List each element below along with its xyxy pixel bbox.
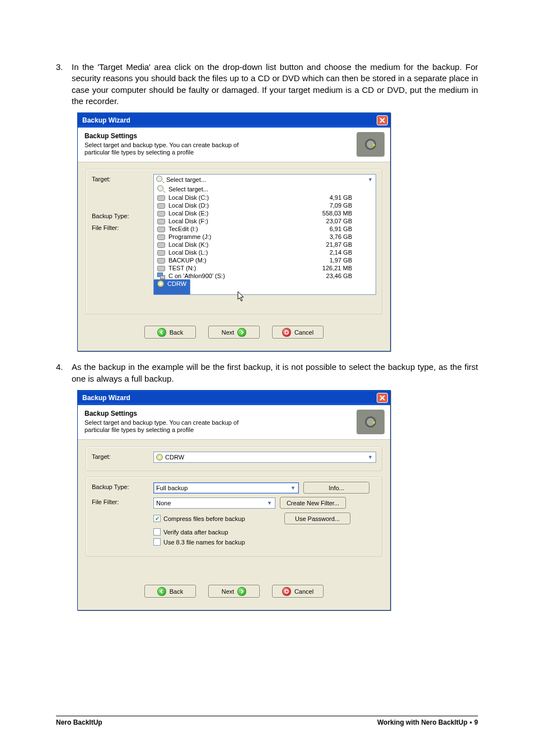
compress-checkbox[interactable]: ✔ [153, 515, 161, 522]
target-combobox[interactable]: CDRW ▼ [153, 452, 376, 463]
disk-icon [157, 211, 165, 217]
back-button[interactable]: Back [144, 585, 196, 598]
search-icon [157, 185, 165, 193]
dropdown-item[interactable]: Select target... [154, 185, 376, 194]
target-dropdown-list: Select target... Local Disk (C:) 4,91 GB… [153, 185, 376, 295]
arrow-left-icon [157, 328, 166, 337]
backup-type-value: Full backup [156, 485, 188, 491]
disk-icon [157, 195, 165, 201]
titlebar[interactable]: Backup Wizard [78, 391, 390, 405]
arrow-right-icon [237, 587, 246, 596]
step-3-body: In the 'Target Media' area click on the … [72, 62, 478, 107]
dialog-header-panel: Backup Settings Select target and backup… [78, 405, 390, 440]
file-filter-value: None [156, 500, 171, 506]
dropdown-item[interactable]: C on 'Athlon900' (S:) 23,46 GB [154, 272, 376, 280]
svg-point-1 [285, 590, 288, 593]
file-filter-label: File Filter: [92, 497, 153, 505]
dropdown-item[interactable]: Programme (J:) 3,76 GB [154, 233, 376, 241]
chevron-down-icon[interactable]: ▼ [366, 453, 374, 461]
dropdown-item[interactable]: TecEdit (I:) 6,91 GB [154, 225, 376, 233]
target-combobox-value: CDRW [165, 454, 184, 461]
file-filter-label: File Filter: [92, 223, 153, 231]
dropdown-item[interactable]: Local Disk (L:) 2,14 GB [154, 248, 376, 256]
step-4-number: 4. [56, 361, 72, 384]
disk-icon [157, 234, 165, 240]
cancel-button[interactable]: Cancel [272, 326, 324, 339]
header-description: Select target and backup type. You can c… [85, 419, 252, 434]
dialog-title: Backup Wizard [82, 116, 130, 124]
create-new-filter-button[interactable]: Create New Filter... [280, 497, 346, 509]
dropdown-item[interactable]: Local Disk (F:) 23,07 GB [154, 217, 376, 225]
dialog-header-panel: Backup Settings Select target and backup… [78, 128, 390, 162]
compress-label: Compress files before backup [163, 515, 245, 522]
step-3-number: 3. [56, 62, 72, 107]
step-4: 4. As the backup in the example will be … [56, 361, 478, 384]
chevron-down-icon[interactable]: ▼ [265, 499, 274, 507]
chevron-down-icon[interactable]: ▼ [289, 484, 297, 492]
dropdown-item[interactable]: TEST (N:) 126,21 MB [154, 264, 376, 272]
backup-wizard-dialog-2: Backup Wizard Backup Settings Select tar… [77, 390, 391, 611]
dropdown-item[interactable]: Local Disk (E:) 558,03 MB [154, 209, 376, 217]
target-label: Target: [92, 452, 153, 460]
disk-icon [157, 266, 165, 271]
disk-icon [157, 242, 165, 248]
disk-icon [157, 250, 165, 256]
target-combobox[interactable]: Select target... ▼ [153, 174, 376, 185]
titlebar[interactable]: Backup Wizard [78, 113, 390, 128]
backup-type-combobox[interactable]: Full backup ▼ [153, 482, 299, 494]
footer-separator [56, 716, 478, 716]
info-button[interactable]: Info... [303, 482, 369, 494]
dropdown-item[interactable]: Local Disk (K:) 21,87 GB [154, 241, 376, 248]
file-filter-combobox[interactable]: None ▼ [153, 497, 275, 509]
back-button[interactable]: Back [144, 326, 196, 339]
target-label: Target: [92, 174, 153, 182]
next-button[interactable]: Next [208, 326, 260, 339]
stop-icon [282, 328, 291, 337]
arrow-left-icon [157, 587, 166, 596]
cd-icon [157, 280, 164, 287]
dropdown-item-selected[interactable]: CDRW [153, 279, 190, 295]
close-icon [380, 395, 385, 401]
header-description: Select target and backup type. You can c… [85, 142, 252, 156]
shortnames-checkbox[interactable] [153, 538, 161, 546]
dropdown-item[interactable]: Local Disk (D:) 7,09 GB [154, 201, 376, 209]
safe-icon [357, 132, 385, 157]
next-button[interactable]: Next [208, 585, 260, 598]
footer-left: Nero BackItUp [56, 719, 102, 726]
disk-icon [157, 203, 165, 209]
backup-type-label: Backup Type: [92, 211, 153, 219]
backup-wizard-dialog-1: Backup Wizard Backup Settings Select tar… [77, 112, 391, 351]
close-button[interactable] [377, 115, 388, 125]
arrow-right-icon [237, 328, 246, 337]
dropdown-item[interactable]: Local Disk (C:) 4,91 GB [154, 194, 376, 201]
dropdown-item[interactable]: BACKUP (M:) 1,97 GB [154, 256, 376, 264]
disk-icon [157, 219, 165, 224]
step-4-body: As the backup in the example will be the… [72, 361, 478, 384]
disk-icon [157, 258, 165, 264]
header-title: Backup Settings [85, 410, 383, 417]
close-button[interactable] [377, 393, 388, 403]
target-combobox-value: Select target... [166, 176, 206, 183]
verify-checkbox[interactable] [153, 528, 161, 536]
page-footer: Nero BackItUp Working with Nero BackItUp… [56, 719, 478, 743]
svg-point-0 [285, 331, 288, 334]
step-3: 3. In the 'Target Media' area click on t… [56, 62, 478, 107]
search-icon [156, 176, 164, 184]
cursor-icon [237, 291, 246, 302]
footer-right: Working with Nero BackItUp•9 [377, 719, 478, 726]
cancel-button[interactable]: Cancel [272, 585, 324, 598]
chevron-down-icon[interactable]: ▼ [366, 176, 374, 184]
close-icon [380, 118, 385, 123]
dialog-title: Backup Wizard [82, 394, 130, 402]
use-password-button[interactable]: Use Password... [284, 513, 350, 524]
disk-icon [157, 227, 165, 232]
shortnames-label: Use 8.3 file names for backup [163, 539, 245, 546]
network-drive-icon [157, 273, 165, 279]
safe-icon [357, 410, 385, 434]
verify-label: Verify data after backup [163, 529, 228, 536]
header-title: Backup Settings [85, 132, 383, 140]
stop-icon [282, 587, 291, 596]
cd-icon [156, 454, 163, 461]
backup-type-label: Backup Type: [92, 482, 153, 490]
